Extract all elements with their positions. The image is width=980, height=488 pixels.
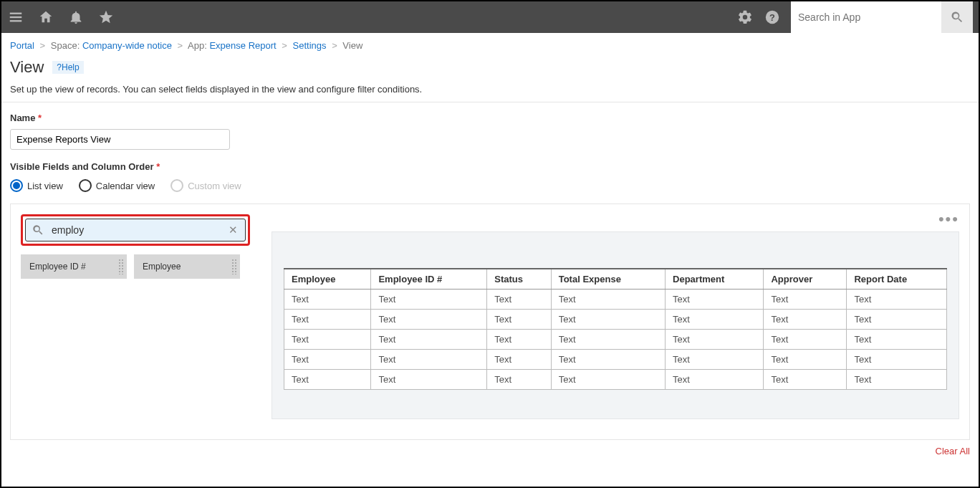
table-cell: Text bbox=[284, 350, 371, 370]
breadcrumb: Portal > Space: Company-wide notice > Ap… bbox=[1, 33, 979, 55]
breadcrumb-sep: > bbox=[332, 40, 337, 51]
breadcrumb-app-link[interactable]: Expense Report bbox=[209, 40, 276, 51]
field-picker-column: ✕ Employee ID # Employee bbox=[21, 214, 250, 429]
table-cell: Text bbox=[371, 290, 487, 310]
radio-custom-view: Custom view bbox=[170, 179, 241, 192]
table-row: TextTextTextTextTextTextText bbox=[284, 310, 947, 330]
preview-table: EmployeeEmployee ID #StatusTotal Expense… bbox=[284, 268, 947, 390]
table-row: TextTextTextTextTextTextText bbox=[284, 370, 947, 390]
radio-icon bbox=[79, 179, 92, 192]
breadcrumb-current: View bbox=[342, 40, 362, 51]
visible-fields-label: Visible Fields and Column Order * bbox=[10, 161, 970, 172]
name-label: Name * bbox=[10, 113, 970, 123]
table-cell: Text bbox=[666, 310, 764, 330]
table-cell: Text bbox=[551, 310, 665, 330]
table-cell: Text bbox=[847, 330, 947, 350]
table-cell: Text bbox=[284, 370, 371, 390]
radio-label: Custom view bbox=[188, 181, 241, 191]
table-cell: Text bbox=[371, 350, 487, 370]
visible-fields-section: Visible Fields and Column Order * List v… bbox=[1, 161, 979, 192]
table-cell: Text bbox=[764, 370, 847, 390]
radio-icon bbox=[170, 179, 183, 192]
field-search-input[interactable] bbox=[52, 224, 227, 236]
breadcrumb-settings[interactable]: Settings bbox=[293, 40, 327, 51]
table-cell: Text bbox=[847, 370, 947, 390]
field-search-box: ✕ bbox=[25, 219, 246, 241]
view-type-radios: List view Calendar view Custom view bbox=[10, 179, 970, 192]
table-cell: Text bbox=[847, 310, 947, 330]
table-cell: Text bbox=[666, 370, 764, 390]
radio-label: Calendar view bbox=[96, 181, 155, 191]
svg-rect-0 bbox=[10, 13, 22, 14]
star-icon[interactable] bbox=[97, 9, 115, 26]
column-header[interactable]: Status bbox=[487, 269, 551, 290]
preview-area: EmployeeEmployee ID #StatusTotal Expense… bbox=[272, 231, 959, 419]
column-header[interactable]: Report Date bbox=[847, 269, 947, 290]
topbar-left bbox=[7, 9, 115, 26]
breadcrumb-sep: > bbox=[178, 40, 183, 51]
table-cell: Text bbox=[487, 350, 551, 370]
table-cell: Text bbox=[551, 330, 665, 350]
table-cell: Text bbox=[551, 350, 665, 370]
radio-list-view[interactable]: List view bbox=[10, 179, 63, 192]
table-cell: Text bbox=[666, 290, 764, 310]
search-icon bbox=[32, 224, 44, 236]
name-section: Name * bbox=[1, 113, 979, 161]
table-cell: Text bbox=[487, 310, 551, 330]
table-row: TextTextTextTextTextTextText bbox=[284, 330, 947, 350]
app-search bbox=[791, 1, 973, 33]
breadcrumb-space-link[interactable]: Company-wide notice bbox=[82, 40, 172, 51]
help-link[interactable]: ?Help bbox=[52, 61, 83, 74]
table-cell: Text bbox=[487, 290, 551, 310]
search-icon bbox=[950, 10, 964, 24]
column-header[interactable]: Employee bbox=[284, 269, 371, 290]
table-cell: Text bbox=[371, 370, 487, 390]
field-chip[interactable]: Employee bbox=[134, 254, 240, 279]
gear-icon[interactable] bbox=[736, 9, 754, 26]
page-header: View ?Help Set up the view of records. Y… bbox=[1, 55, 979, 102]
radio-icon bbox=[10, 179, 23, 192]
table-cell: Text bbox=[847, 290, 947, 310]
home-icon[interactable] bbox=[37, 9, 54, 26]
field-search-highlight: ✕ bbox=[21, 214, 250, 246]
table-row: TextTextTextTextTextTextText bbox=[284, 350, 947, 370]
column-header[interactable]: Department bbox=[666, 269, 764, 290]
svg-rect-1 bbox=[10, 16, 22, 18]
bell-icon[interactable] bbox=[67, 9, 85, 26]
more-options-icon[interactable]: ••• bbox=[938, 210, 959, 229]
table-cell: Text bbox=[487, 370, 551, 390]
help-icon[interactable]: ? bbox=[764, 9, 781, 26]
column-header[interactable]: Total Expense bbox=[551, 269, 665, 290]
radio-calendar-view[interactable]: Calendar view bbox=[79, 179, 155, 192]
required-mark: * bbox=[156, 161, 160, 172]
breadcrumb-app-label: App: bbox=[188, 40, 207, 51]
field-chip[interactable]: Employee ID # bbox=[21, 254, 127, 279]
table-cell: Text bbox=[764, 290, 847, 310]
table-cell: Text bbox=[764, 310, 847, 330]
table-cell: Text bbox=[847, 350, 947, 370]
view-name-input[interactable] bbox=[10, 129, 230, 150]
table-cell: Text bbox=[284, 330, 371, 350]
app-search-button[interactable] bbox=[941, 1, 973, 33]
column-header[interactable]: Approver bbox=[764, 269, 847, 290]
clear-all-link[interactable]: Clear All bbox=[1, 440, 979, 456]
menu-icon[interactable] bbox=[7, 9, 24, 26]
breadcrumb-sep: > bbox=[40, 40, 46, 51]
clear-search-icon[interactable]: ✕ bbox=[227, 224, 239, 236]
page-description: Set up the view of records. You can sele… bbox=[10, 84, 970, 95]
table-cell: Text bbox=[764, 330, 847, 350]
table-cell: Text bbox=[371, 330, 487, 350]
required-mark: * bbox=[38, 113, 42, 123]
page-title: View bbox=[10, 58, 44, 77]
table-cell: Text bbox=[764, 350, 847, 370]
topbar-right: ? bbox=[736, 1, 973, 33]
svg-rect-2 bbox=[10, 20, 22, 21]
breadcrumb-space-label: Space: bbox=[51, 40, 80, 51]
breadcrumb-portal[interactable]: Portal bbox=[10, 40, 34, 51]
topbar: ? bbox=[1, 1, 979, 33]
table-cell: Text bbox=[284, 310, 371, 330]
fields-panel: ✕ Employee ID # Employee ••• EmployeeEmp… bbox=[10, 204, 970, 440]
app-search-input[interactable] bbox=[791, 1, 941, 33]
column-header[interactable]: Employee ID # bbox=[371, 269, 487, 290]
table-cell: Text bbox=[551, 290, 665, 310]
